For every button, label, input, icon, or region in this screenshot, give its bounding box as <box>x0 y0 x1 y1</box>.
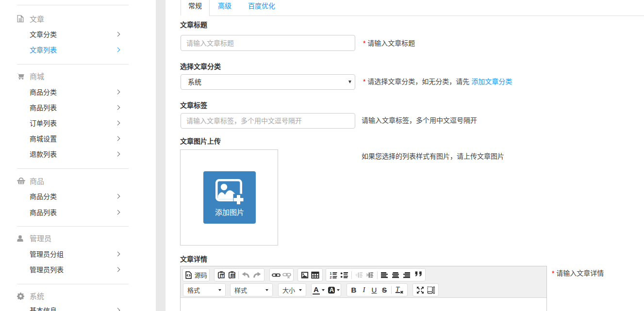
svg-text:T: T <box>221 274 224 278</box>
svg-text:1: 1 <box>330 272 331 275</box>
svg-text:T: T <box>396 286 400 293</box>
svg-text:W: W <box>231 274 235 278</box>
svg-text:2: 2 <box>330 276 331 279</box>
